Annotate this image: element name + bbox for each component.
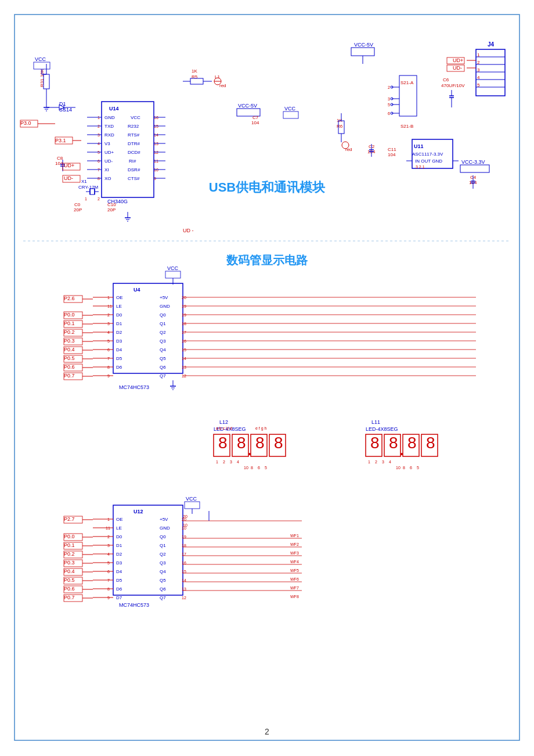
svg-text:6: 6 <box>388 111 390 116</box>
svg-text:UD+: UD+ <box>64 163 74 168</box>
svg-text:8: 8 <box>389 434 398 452</box>
svg-text:WF2: WF2 <box>290 542 299 546</box>
svg-text:U14: U14 <box>109 106 119 111</box>
svg-text:VCC: VCC <box>167 265 179 271</box>
svg-rect-328 <box>113 505 183 595</box>
svg-text:VCC-5V: VCC-5V <box>354 42 373 48</box>
svg-text:P0.4: P0.4 <box>64 568 75 574</box>
svg-text:D1: D1 <box>116 321 122 326</box>
svg-text:6: 6 <box>258 466 260 470</box>
svg-text:Q1: Q1 <box>160 321 166 326</box>
svg-text:18: 18 <box>182 322 186 326</box>
svg-text:P2.6: P2.6 <box>64 296 75 301</box>
svg-text:8: 8 <box>426 434 435 452</box>
svg-text:20P: 20P <box>107 207 116 213</box>
svg-text:OE: OE <box>116 517 123 522</box>
svg-text:VCC-3.3V: VCC-3.3V <box>461 159 485 165</box>
svg-text:3: 3 <box>382 460 384 464</box>
svg-text:P0.3: P0.3 <box>64 560 75 566</box>
svg-text:S21-A: S21-A <box>400 80 414 85</box>
svg-text:12: 12 <box>182 374 186 378</box>
svg-text:GND: GND <box>104 115 115 120</box>
svg-text:WF3: WF3 <box>290 551 299 555</box>
page: USB供电和通讯模块 VCC-5V J4 1 2 3 4 5 UD+ UD- <box>0 0 534 756</box>
svg-text:C6: C6 <box>443 77 449 82</box>
svg-text:P0.0: P0.0 <box>64 534 75 539</box>
svg-text:2: 2 <box>375 460 377 464</box>
svg-text:DCD#: DCD# <box>128 150 140 155</box>
svg-rect-199 <box>113 283 183 373</box>
svg-text:U11: U11 <box>414 143 424 149</box>
svg-text:VCC: VCC <box>284 106 296 111</box>
svg-text:R232: R232 <box>128 124 139 129</box>
svg-text:OE: OE <box>116 295 123 300</box>
svg-text:DTR#: DTR# <box>128 141 140 146</box>
svg-text:D1: D1 <box>59 101 66 107</box>
svg-text:VCC-5V: VCC-5V <box>238 103 257 109</box>
svg-text:RTS#: RTS# <box>128 132 140 138</box>
svg-text:UD+: UD+ <box>453 57 463 63</box>
svg-text:4: 4 <box>477 75 480 80</box>
svg-text:5: 5 <box>417 466 419 470</box>
svg-text:red: red <box>345 147 352 152</box>
svg-text:104: 104 <box>251 120 259 125</box>
svg-text:RI#: RI# <box>129 159 136 164</box>
svg-text:P0.6: P0.6 <box>64 364 75 370</box>
svg-text:20: 20 <box>182 296 186 300</box>
svg-text:P3.0: P3.0 <box>20 120 31 126</box>
svg-text:RXD: RXD <box>104 132 114 138</box>
svg-text:D5: D5 <box>116 578 122 583</box>
svg-text:1: 1 <box>216 460 218 464</box>
svg-text:MC74HC573: MC74HC573 <box>119 384 149 390</box>
svg-text:UD-: UD- <box>453 65 462 71</box>
svg-text:14: 14 <box>182 357 186 361</box>
svg-text:VCC: VCC <box>131 115 140 120</box>
svg-text:DSR#: DSR# <box>128 167 140 172</box>
svg-rect-6 <box>476 49 505 96</box>
svg-text:LE: LE <box>116 304 122 309</box>
svg-text:X1: X1 <box>81 179 87 184</box>
svg-text:Q6: Q6 <box>160 365 166 370</box>
svg-text:Q3: Q3 <box>160 560 166 566</box>
svg-text:数码管显示电路: 数码管显示电路 <box>226 254 308 267</box>
svg-text:Q2: Q2 <box>160 552 166 557</box>
svg-text:4: 4 <box>237 460 239 464</box>
svg-text:2: 2 <box>265 727 269 736</box>
svg-text:P0.5: P0.5 <box>64 577 75 583</box>
svg-text:12: 12 <box>182 596 186 600</box>
svg-text:D0: D0 <box>116 312 122 318</box>
svg-text:10: 10 <box>183 523 187 527</box>
svg-text:V3: V3 <box>104 141 110 146</box>
svg-text:P0.4: P0.4 <box>64 347 75 352</box>
svg-text:D3: D3 <box>116 339 122 344</box>
svg-text:2: 2 <box>477 60 480 65</box>
svg-text:GND: GND <box>160 525 170 531</box>
svg-text:L12: L12 <box>219 419 228 425</box>
svg-text:C0: C0 <box>74 202 81 207</box>
svg-text:MC74HC573: MC74HC573 <box>119 602 149 608</box>
svg-text:Q0: Q0 <box>160 312 166 318</box>
svg-rect-28 <box>34 62 50 69</box>
svg-text:104: 104 <box>388 152 396 157</box>
svg-text:D6: D6 <box>116 586 122 592</box>
svg-rect-424 <box>185 502 200 509</box>
svg-text:WF6: WF6 <box>290 577 299 581</box>
svg-text:P3.1: P3.1 <box>55 138 66 143</box>
svg-text:P0.2: P0.2 <box>64 551 75 557</box>
svg-text:D6: D6 <box>116 365 122 370</box>
svg-text:8: 8 <box>274 434 283 452</box>
svg-text:GND: GND <box>160 304 170 309</box>
svg-text:Q7: Q7 <box>160 595 166 600</box>
svg-rect-197 <box>165 271 181 278</box>
svg-text:8: 8 <box>403 466 405 470</box>
svg-text:D2: D2 <box>116 330 122 335</box>
svg-text:C8: C8 <box>57 156 63 161</box>
svg-rect-0 <box>15 15 519 740</box>
svg-text:104: 104 <box>55 161 63 166</box>
svg-text:USB供电和通讯模块: USB供电和通讯模块 <box>209 180 326 195</box>
svg-text:WF1: WF1 <box>290 534 299 538</box>
svg-text:CTS#: CTS# <box>128 176 140 181</box>
svg-text:LE: LE <box>116 525 122 531</box>
svg-text:3: 3 <box>230 460 232 464</box>
svg-text:WF7: WF7 <box>290 586 299 590</box>
